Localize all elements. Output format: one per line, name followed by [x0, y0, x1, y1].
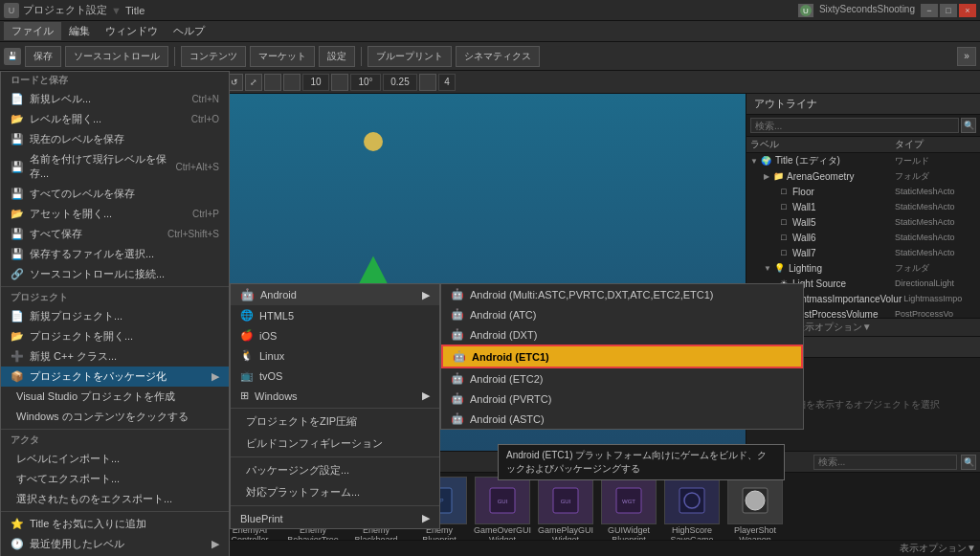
android-option-label: Android (ETC1) — [472, 351, 549, 363]
outliner-search-input[interactable] — [750, 118, 959, 133]
outliner-row-title[interactable]: ▼ 🌍 Title (エディタ) ワールド — [746, 153, 980, 168]
outliner-row-wall5[interactable]: □ Wall5 StaticMeshActo — [746, 214, 980, 230]
blueprint-button[interactable]: ブループリント — [368, 46, 452, 67]
source-control-button[interactable]: ソースコントロール — [65, 46, 168, 67]
menu-window[interactable]: ウィンドウ — [98, 22, 166, 40]
divider — [1, 286, 229, 287]
outliner-label: Lighting — [789, 263, 893, 274]
menu-item-label: ソースコントロールに接続... — [30, 267, 165, 281]
outliner-search-bar: 🔍 — [746, 115, 980, 137]
show-options-button[interactable]: 表示オプション▼ — [900, 542, 976, 555]
menu-save-all[interactable]: 💾 すべて保存 Ctrl+Shift+S — [1, 224, 229, 244]
android-icon: 🤖 — [240, 288, 255, 301]
platform-ios[interactable]: 🍎 iOS — [231, 325, 439, 345]
platform-windows[interactable]: ⊞ Windows ▶ — [231, 386, 439, 406]
android-atc[interactable]: 🤖 Android (ATC) — [441, 304, 803, 324]
menu-export-selected[interactable]: 選択されたものをエクスポート... — [1, 489, 229, 509]
maximize-button[interactable]: □ — [940, 4, 957, 17]
menu-recent-levels[interactable]: 🕐 最近使用したレベル ▶ — [1, 534, 229, 554]
asset-item-highscore[interactable]: HighScoreSaveGame — [662, 477, 722, 540]
menu-edit[interactable]: 編集 — [61, 22, 98, 40]
android-option-label: Android (ATC) — [470, 309, 536, 321]
asset-item-gameovergui[interactable]: GUI GameOverGUIWidgetBlueprint — [473, 477, 532, 540]
platform-tvos[interactable]: 📺 tvOS — [231, 366, 439, 386]
outliner-row-arena[interactable]: ▶ 📁 ArenaGeometry フォルダ — [746, 168, 980, 184]
new-cpp-icon: ➕ — [11, 350, 24, 363]
menu-open-asset[interactable]: 📂 アセットを開く... Ctrl+P — [1, 204, 229, 224]
camera-icon — [419, 74, 436, 91]
expand-icon: ▶ — [764, 172, 769, 181]
title-bar: U プロジェクト設定 ▼ Title U SixtySecondsShootin… — [0, 0, 980, 21]
menu-export-all[interactable]: すべてエクスポート... — [1, 469, 229, 489]
android-etc1[interactable]: 🤖 Android (ETC1) — [441, 345, 803, 368]
menu-new-level[interactable]: 📄 新規レベル... Ctrl+N — [1, 89, 229, 109]
menu-new-project[interactable]: 📄 新規プロジェクト... — [1, 306, 229, 326]
divider3 — [1, 511, 229, 512]
menu-vs-project[interactable]: Visual Studio プロジェクトを作成 — [1, 387, 229, 407]
android-option-label: Android (DXT) — [470, 329, 537, 341]
menu-import-level[interactable]: レベルにインポート... — [1, 449, 229, 469]
asset-item-playershot[interactable]: PlayerShotWeapon — [725, 477, 785, 540]
menu-save-all-levels[interactable]: 💾 すべてのレベルを保存 — [1, 184, 229, 204]
menu-source-control[interactable]: 🔗 ソースコントロールに接続... — [1, 264, 229, 284]
menu-help[interactable]: ヘルプ — [166, 22, 212, 40]
cinematics-button[interactable]: シネマティクス — [456, 46, 540, 67]
menu-open-project[interactable]: 📂 プロジェクトを開く... — [1, 326, 229, 346]
menu-item-label: Title をお気に入りに追加 — [30, 517, 146, 531]
menu-save-as[interactable]: 💾 名前を付けて現行レベルを保存... Ctrl+Alt+S — [1, 149, 229, 184]
outliner-row-floor[interactable]: □ Floor StaticMeshActo — [746, 184, 980, 199]
android-pvrtc[interactable]: 🤖 Android (PVRTC) — [441, 389, 803, 409]
asset-item-gameplaygui[interactable]: GUI GamePlayGUIWidgetBlueprint — [536, 477, 595, 540]
outliner-label: Light Source — [792, 278, 893, 289]
outliner-row-wall1[interactable]: □ Wall1 StaticMeshActo — [746, 199, 980, 214]
mesh-icon: □ — [777, 231, 791, 244]
platform-html5[interactable]: 🌐 HTML5 — [231, 305, 439, 325]
menu-new-cpp[interactable]: ➕ 新規 C++ クラス... — [1, 346, 229, 367]
supported-platforms[interactable]: 対応プラットフォーム... — [231, 481, 439, 503]
android-etc2[interactable]: 🤖 Android (ETC2) — [441, 368, 803, 389]
menu-save-select[interactable]: 💾 保存するファイルを選択... — [1, 244, 229, 264]
content-browser-search[interactable] — [813, 455, 957, 470]
app-icon: U — [4, 3, 19, 18]
android-icon: 🤖 — [451, 392, 464, 405]
blueprint-label: BluePrint — [240, 513, 283, 524]
menu-cook-windows[interactable]: Windows のコンテンツをクックする — [1, 407, 229, 427]
close-button[interactable]: × — [959, 4, 976, 17]
platform-linux[interactable]: 🐧 Linux — [231, 345, 439, 366]
windows-icon: ⊞ — [240, 389, 249, 402]
open-asset-icon: 📂 — [11, 208, 24, 220]
light-object — [364, 132, 383, 151]
save-button[interactable]: 保存 — [25, 46, 61, 67]
platform-android[interactable]: 🤖 Android ▶ — [231, 284, 439, 305]
menu-save-level[interactable]: 💾 現在のレベルを保存 — [1, 129, 229, 149]
content-button[interactable]: コンテンツ — [181, 46, 246, 67]
packaging-settings[interactable]: パッケージング設定... — [231, 459, 439, 481]
settings-button[interactable]: 設定 — [319, 46, 355, 67]
android-icon: 🤖 — [451, 412, 464, 425]
section-load-save: ロードと保存 — [1, 72, 229, 89]
outliner-row-lighting[interactable]: ▼ 💡 Lighting フォルダ — [746, 260, 980, 276]
menu-item-label: プロジェクトを開く... — [30, 329, 133, 344]
search-icon[interactable]: 🔍 — [961, 118, 976, 133]
toolbar-expand-button[interactable]: » — [957, 47, 976, 66]
outliner-col-label: ラベル — [750, 138, 895, 151]
menu-file[interactable]: ファイル — [4, 22, 61, 40]
show-options-button[interactable]: 表示オプション▼ — [795, 322, 872, 332]
menu-package[interactable]: 📦 プロジェクトをパッケージ化 ▶ — [1, 367, 229, 387]
asset-item-guiwidget[interactable]: WGT GUIWidgetBlueprint — [599, 477, 658, 540]
platform-blueprint[interactable]: BluePrint ▶ — [231, 508, 439, 528]
market-button[interactable]: マーケット — [250, 46, 315, 67]
menu-open-level[interactable]: 📂 レベルを開く... Ctrl+O — [1, 109, 229, 129]
android-dxt[interactable]: 🤖 Android (DXT) — [441, 324, 803, 345]
build-config[interactable]: ビルドコンフィギレーション — [231, 433, 439, 455]
outliner-row-wall7[interactable]: □ Wall7 StaticMeshActo — [746, 245, 980, 260]
outliner-row-wall6[interactable]: □ Wall6 StaticMeshActo — [746, 230, 980, 245]
menu-favorite[interactable]: ⭐ Title をお気に入りに追加 — [1, 514, 229, 534]
outliner-type: StaticMeshActo — [895, 202, 976, 211]
android-astc[interactable]: 🤖 Android (ASTC) — [441, 409, 803, 429]
android-multi[interactable]: 🤖 Android (Multi:ASTC,PVRTC,DXT,ATC,ETC2… — [441, 284, 803, 304]
minimize-button[interactable]: − — [921, 4, 938, 17]
outliner-type: StaticMeshActo — [895, 248, 976, 257]
menu-item-label: すべてのレベルを保存 — [30, 187, 135, 201]
zip-project[interactable]: プロジェクトをZIP圧縮 — [231, 411, 439, 433]
